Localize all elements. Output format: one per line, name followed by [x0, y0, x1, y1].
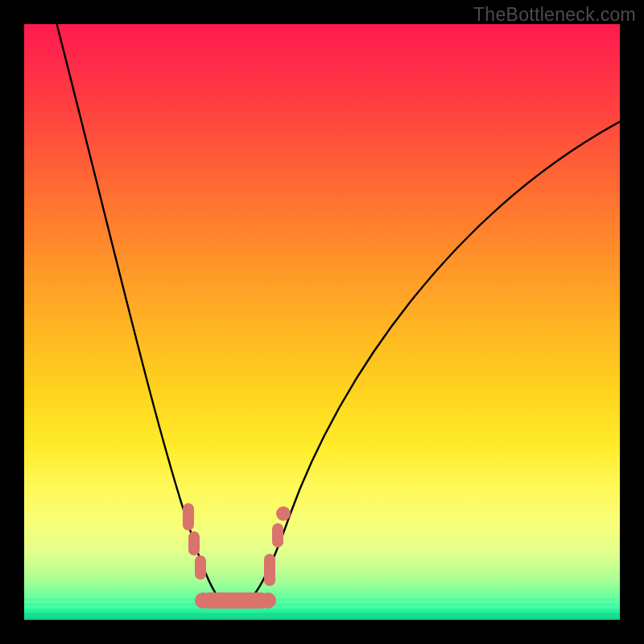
marker-left-3 — [195, 555, 206, 580]
bottleneck-curve — [55, 24, 620, 607]
marker-left-2 — [188, 531, 200, 555]
marker-bottom-cap-right — [260, 592, 276, 609]
watermark-text: TheBottleneck.com — [473, 4, 636, 26]
marker-bottom-cap-left — [195, 592, 211, 609]
plot-area — [24, 24, 620, 620]
curve-layer — [24, 24, 620, 620]
marker-right-3 — [276, 506, 291, 521]
marker-bottom — [201, 592, 270, 609]
marker-left-1 — [183, 503, 194, 530]
marker-right-1 — [264, 554, 275, 586]
chart-frame: TheBottleneck.com — [0, 0, 644, 644]
marker-right-2 — [272, 523, 283, 547]
